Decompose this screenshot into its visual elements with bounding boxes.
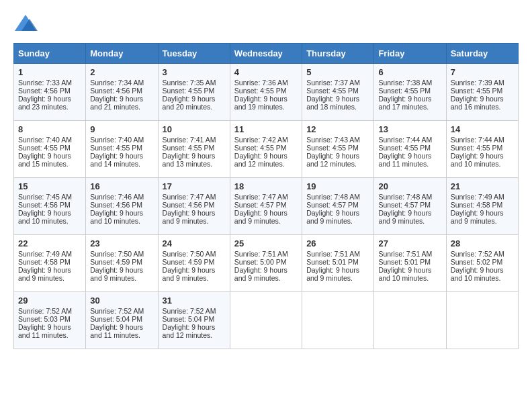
day-number: 30 [90, 295, 153, 306]
day-info: Sunset: 4:55 PM [163, 144, 226, 152]
calendar-cell: 4Sunrise: 7:36 AMSunset: 4:55 PMDaylight… [230, 64, 302, 121]
day-number: 14 [451, 124, 514, 134]
calendar-cell: 21Sunrise: 7:49 AMSunset: 4:58 PMDayligh… [446, 178, 518, 235]
day-info: Daylight: 9 hours [451, 95, 514, 103]
day-info: Sunset: 5:01 PM [306, 258, 369, 266]
calendar-cell: 1Sunrise: 7:33 AMSunset: 4:56 PMDaylight… [14, 64, 86, 121]
day-info: and 9 minutes. [18, 274, 81, 282]
day-info: Daylight: 9 hours [163, 95, 226, 103]
day-info: Sunrise: 7:49 AM [451, 193, 514, 201]
day-number: 8 [18, 124, 81, 134]
day-number: 22 [18, 238, 81, 248]
day-info: Sunrise: 7:45 AM [18, 193, 81, 201]
day-number: 24 [163, 238, 226, 248]
day-info: Daylight: 9 hours [163, 152, 226, 160]
day-info: Sunrise: 7:52 AM [451, 250, 514, 258]
day-info: Sunrise: 7:52 AM [163, 307, 226, 315]
day-info: Sunset: 4:56 PM [163, 201, 226, 209]
day-number: 11 [234, 124, 298, 134]
logo [13, 13, 42, 32]
day-number: 26 [306, 238, 369, 248]
day-info: and 21 minutes. [90, 103, 153, 111]
day-number: 5 [306, 67, 369, 77]
col-header-thursday: Thursday [302, 44, 374, 64]
day-info: and 9 minutes. [90, 274, 153, 282]
day-info: Sunrise: 7:52 AM [18, 307, 81, 315]
calendar-cell: 31Sunrise: 7:52 AMSunset: 5:04 PMDayligh… [158, 292, 230, 349]
day-info: and 19 minutes. [234, 103, 298, 111]
day-info: Sunset: 5:01 PM [378, 258, 441, 266]
day-number: 2 [90, 67, 153, 77]
calendar-cell: 26Sunrise: 7:51 AMSunset: 5:01 PMDayligh… [302, 235, 374, 292]
day-info: Sunset: 4:55 PM [378, 144, 441, 152]
day-info: Daylight: 9 hours [306, 152, 369, 160]
day-info: Daylight: 9 hours [451, 152, 514, 160]
day-info: Daylight: 9 hours [378, 266, 441, 274]
day-info: Sunset: 4:55 PM [234, 87, 298, 95]
day-number: 19 [306, 181, 369, 191]
calendar-cell: 30Sunrise: 7:52 AMSunset: 5:04 PMDayligh… [86, 292, 158, 349]
day-number: 4 [234, 67, 298, 77]
day-info: Sunrise: 7:41 AM [163, 136, 226, 144]
calendar-cell [446, 292, 518, 349]
calendar-cell [374, 292, 446, 349]
calendar-cell: 28Sunrise: 7:52 AMSunset: 5:02 PMDayligh… [446, 235, 518, 292]
day-info: Sunrise: 7:46 AM [90, 193, 153, 201]
day-number: 23 [90, 238, 153, 248]
day-info: Sunrise: 7:40 AM [18, 136, 81, 144]
day-number: 16 [90, 181, 153, 191]
day-info: Sunrise: 7:48 AM [306, 193, 369, 201]
day-number: 12 [306, 124, 369, 134]
day-info: Sunset: 4:55 PM [378, 87, 441, 95]
calendar-cell: 7Sunrise: 7:39 AMSunset: 4:55 PMDaylight… [446, 64, 518, 121]
day-number: 15 [18, 181, 81, 191]
day-info: Daylight: 9 hours [18, 266, 81, 274]
day-info: and 15 minutes. [18, 160, 81, 168]
day-info: Sunrise: 7:51 AM [234, 250, 298, 258]
day-number: 10 [163, 124, 226, 134]
day-info: Daylight: 9 hours [378, 209, 441, 217]
day-info: Daylight: 9 hours [234, 95, 298, 103]
day-info: Daylight: 9 hours [90, 209, 153, 217]
day-info: Sunrise: 7:49 AM [18, 250, 81, 258]
calendar-cell: 17Sunrise: 7:47 AMSunset: 4:56 PMDayligh… [158, 178, 230, 235]
day-number: 31 [163, 295, 226, 306]
calendar-cell: 18Sunrise: 7:47 AMSunset: 4:57 PMDayligh… [230, 178, 302, 235]
day-info: and 12 minutes. [306, 160, 369, 168]
day-info: Daylight: 9 hours [234, 152, 298, 160]
day-info: Daylight: 9 hours [18, 95, 81, 103]
day-info: and 20 minutes. [163, 103, 226, 111]
calendar-cell: 22Sunrise: 7:49 AMSunset: 4:58 PMDayligh… [14, 235, 86, 292]
calendar-cell: 3Sunrise: 7:35 AMSunset: 4:55 PMDaylight… [158, 64, 230, 121]
day-info: Sunrise: 7:33 AM [18, 79, 81, 87]
day-info: Sunset: 4:58 PM [18, 258, 81, 266]
day-info: Sunset: 4:57 PM [378, 201, 441, 209]
calendar-cell: 24Sunrise: 7:50 AMSunset: 4:59 PMDayligh… [158, 235, 230, 292]
col-header-saturday: Saturday [446, 44, 518, 64]
day-info: and 10 minutes. [451, 160, 514, 168]
day-info: Sunset: 4:56 PM [90, 201, 153, 209]
day-info: Daylight: 9 hours [451, 209, 514, 217]
day-info: Daylight: 9 hours [306, 266, 369, 274]
day-info: Sunrise: 7:43 AM [306, 136, 369, 144]
day-info: Sunset: 4:55 PM [451, 144, 514, 152]
day-info: Sunrise: 7:48 AM [378, 193, 441, 201]
day-info: Daylight: 9 hours [18, 209, 81, 217]
day-info: Sunrise: 7:47 AM [163, 193, 226, 201]
day-info: and 9 minutes. [306, 217, 369, 225]
day-info: Daylight: 9 hours [234, 209, 298, 217]
day-info: Sunrise: 7:42 AM [234, 136, 298, 144]
day-info: and 9 minutes. [378, 217, 441, 225]
calendar-cell: 5Sunrise: 7:37 AMSunset: 4:55 PMDaylight… [302, 64, 374, 121]
day-info: Daylight: 9 hours [90, 323, 153, 331]
day-info: Sunrise: 7:36 AM [234, 79, 298, 87]
calendar-header: SundayMondayTuesdayWednesdayThursdayFrid… [14, 44, 519, 64]
day-info: Sunset: 4:56 PM [18, 201, 81, 209]
day-info: Daylight: 9 hours [163, 323, 226, 331]
day-info: and 23 minutes. [18, 103, 81, 111]
day-info: Sunrise: 7:35 AM [163, 79, 226, 87]
calendar-cell: 20Sunrise: 7:48 AMSunset: 4:57 PMDayligh… [374, 178, 446, 235]
day-info: Daylight: 9 hours [451, 266, 514, 274]
day-info: Sunset: 5:04 PM [90, 315, 153, 323]
calendar-cell: 11Sunrise: 7:42 AMSunset: 4:55 PMDayligh… [230, 121, 302, 178]
